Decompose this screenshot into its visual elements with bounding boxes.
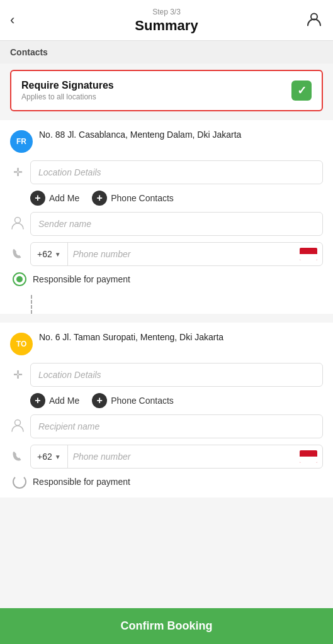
from-sender-name-input[interactable] <box>30 212 323 236</box>
location-from-header: FR No. 88 Jl. Casablanca, Menteng Dalam,… <box>10 129 323 153</box>
to-avatar: TO <box>10 333 33 355</box>
page-title: Summary <box>10 18 323 34</box>
to-phone-row: +62 ▼ <box>10 445 323 469</box>
to-location-details-input[interactable] <box>30 363 323 387</box>
require-signatures-subtitle: Applies to all locations <box>21 92 114 101</box>
from-payment-radio[interactable] <box>13 272 26 286</box>
from-payment-label: Responsible for payment <box>33 274 130 284</box>
to-name-row <box>10 414 323 438</box>
back-button[interactable]: ‹ <box>10 12 14 28</box>
to-recipient-name-input[interactable] <box>30 414 323 438</box>
require-signatures-text: Require Signatures Applies to all locati… <box>21 80 114 101</box>
to-add-me-button[interactable]: + Add Me <box>30 393 79 408</box>
to-phone-input-wrapper: +62 ▼ <box>30 445 323 469</box>
from-phone-number-input[interactable] <box>68 243 300 265</box>
from-phone-code-arrow: ▼ <box>55 251 61 258</box>
to-add-me-label: Add Me <box>49 396 79 406</box>
from-payment-row[interactable]: Responsible for payment <box>13 272 323 286</box>
to-payment-row[interactable]: Responsible for payment <box>13 475 323 489</box>
to-phone-contacts-plus-icon: + <box>92 393 107 408</box>
to-phone-contacts-label: Phone Contacts <box>111 396 174 406</box>
to-phone-code-arrow: ▼ <box>55 453 61 460</box>
profile-icon <box>305 11 323 28</box>
move-icon: ✛ <box>10 165 25 179</box>
to-phone-contacts-button[interactable]: + Phone Contacts <box>92 393 174 408</box>
to-move-icon: ✛ <box>10 368 25 382</box>
profile-button[interactable] <box>305 11 323 30</box>
location-to-header: TO No. 6 Jl. Taman Suropati, Menteng, Dk… <box>10 331 323 355</box>
from-phone-row: +62 ▼ <box>10 242 323 266</box>
contacts-section-label: Contacts <box>0 41 333 64</box>
require-signatures-card[interactable]: Require Signatures Applies to all locati… <box>10 70 323 111</box>
to-add-row: + Add Me + Phone Contacts <box>30 393 323 408</box>
to-payment-radio[interactable] <box>13 475 26 489</box>
to-phone-number-input[interactable] <box>68 445 300 468</box>
to-phone-code[interactable]: +62 ▼ <box>31 445 68 468</box>
to-location-details-row: ✛ <box>10 363 323 387</box>
step-label: Step 3/3 <box>10 8 323 16</box>
to-add-me-plus-icon: + <box>30 393 45 408</box>
recipient-icon <box>10 418 25 435</box>
require-signatures-title: Require Signatures <box>21 80 114 91</box>
confirm-booking-button[interactable]: Confirm Booking <box>0 608 333 644</box>
from-location-details-row: ✛ <box>10 160 323 184</box>
header: ‹ Step 3/3 Summary <box>0 0 333 41</box>
require-signatures-checkbox[interactable] <box>291 80 312 101</box>
bottom-spacer <box>0 497 333 541</box>
from-phone-contacts-plus-icon: + <box>92 191 107 206</box>
from-phone-input-wrapper: +62 ▼ <box>30 242 323 266</box>
sender-icon <box>10 216 25 233</box>
from-phone-icon <box>10 247 25 262</box>
from-phone-contacts-label: Phone Contacts <box>111 193 174 203</box>
route-connector <box>31 295 32 314</box>
from-add-me-button[interactable]: + Add Me <box>30 191 79 206</box>
to-address: No. 6 Jl. Taman Suropati, Menteng, Dki J… <box>39 331 323 344</box>
from-location-details-input[interactable] <box>30 160 323 184</box>
from-avatar: FR <box>10 130 33 153</box>
svg-point-1 <box>15 217 21 223</box>
from-add-me-plus-icon: + <box>30 191 45 206</box>
location-from-block: FR No. 88 Jl. Casablanca, Menteng Dalam,… <box>0 120 333 295</box>
from-add-row: + Add Me + Phone Contacts <box>30 191 323 206</box>
from-phone-contacts-button[interactable]: + Phone Contacts <box>92 191 174 206</box>
from-add-me-label: Add Me <box>49 193 79 203</box>
location-to-block: TO No. 6 Jl. Taman Suropati, Menteng, Dk… <box>0 323 333 497</box>
to-phone-icon <box>10 449 25 464</box>
from-address: No. 88 Jl. Casablanca, Menteng Dalam, Dk… <box>39 129 323 142</box>
from-flag-icon <box>300 248 317 260</box>
from-phone-code[interactable]: +62 ▼ <box>31 243 68 265</box>
svg-point-2 <box>15 419 21 425</box>
from-name-row <box>10 212 323 236</box>
to-flag-icon <box>300 450 317 463</box>
to-payment-label: Responsible for payment <box>33 477 130 487</box>
